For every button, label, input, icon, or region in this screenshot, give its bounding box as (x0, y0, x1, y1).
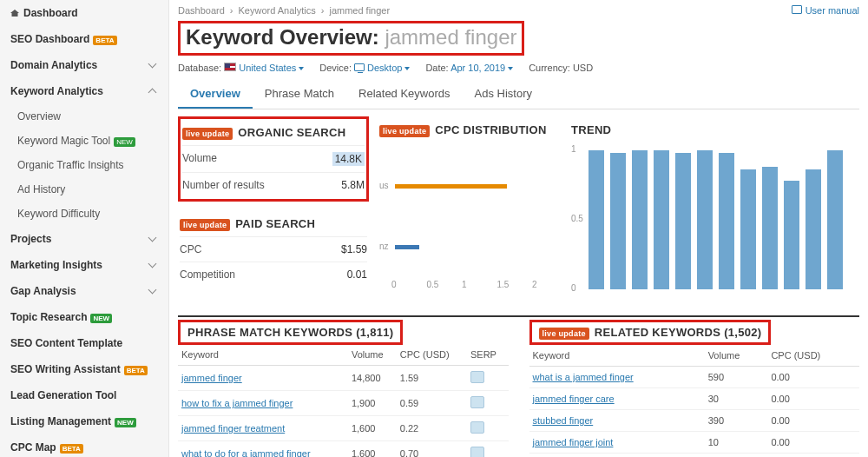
crumb-dashboard[interactable]: Dashboard (178, 5, 225, 16)
trend-card: TREND 00.51 (569, 116, 859, 303)
competition-value: 0.01 (347, 268, 367, 281)
volume-label: Volume (182, 152, 217, 166)
keyword-link[interactable]: jammed finger joint (533, 437, 614, 447)
keyword-link[interactable]: stubbed finger (533, 415, 594, 426)
chevron-up-icon (149, 87, 158, 96)
sidebar-item-keyword-analytics[interactable]: Keyword Analytics (0, 78, 168, 104)
flag-us-icon (224, 63, 236, 71)
filter-bar: Database: United States Device: Desktop … (178, 56, 859, 76)
sidebar-item-topic-research[interactable]: Topic ResearchNEW (0, 304, 168, 330)
sidebar-item-keyword-magic[interactable]: Keyword Magic ToolNEW (0, 129, 168, 153)
new-badge: NEW (114, 137, 135, 147)
book-icon (792, 5, 802, 14)
keyword-link[interactable]: what is a jammed finger (533, 372, 634, 382)
crumb-current: jammed finger (329, 5, 390, 16)
serp-icon[interactable] (470, 396, 484, 408)
table-row: jammed finger care300.00 (529, 388, 860, 410)
sidebar-item-keyword-difficulty[interactable]: Keyword Difficulty (0, 202, 168, 226)
results-value: 5.8M (341, 179, 365, 191)
sidebar-item-ad-history[interactable]: Ad History (0, 177, 168, 202)
device-select[interactable]: Desktop (367, 63, 410, 73)
breadcrumb: Dashboard › Keyword Analytics › jammed f… (178, 0, 859, 21)
crumb-keyword-analytics[interactable]: Keyword Analytics (239, 5, 316, 16)
cpc-distribution-chart: usnz00.511.52 (379, 149, 554, 297)
beta-badge: BETA (124, 366, 148, 375)
main-content: Dashboard › Keyword Analytics › jammed f… (169, 0, 868, 457)
sidebar-item-dashboard[interactable]: Dashboard (0, 0, 168, 26)
sidebar-item-seo-dashboard[interactable]: SEO DashboardBETA (0, 26, 168, 52)
organic-search-card: live updateORGANIC SEARCH Volume14.8K Nu… (178, 116, 369, 202)
table-row: stubbed finger3900.00 (529, 410, 860, 432)
live-update-badge: live update (539, 328, 589, 340)
table-row: how to fix a jammed finger1,9000.59 (178, 391, 509, 416)
sidebar-item-lead-gen[interactable]: Lead Generation Tool (0, 382, 168, 408)
new-badge: NEW (90, 314, 112, 323)
results-label: Number of results (182, 179, 265, 191)
live-update-badge: live update (180, 219, 230, 231)
sidebar-item-domain-analytics[interactable]: Domain Analytics (0, 52, 168, 78)
sidebar-item-listing[interactable]: Listing ManagementNEW (0, 408, 168, 434)
related-keywords-table: Keyword Volume CPC (USD) what is a jamme… (529, 345, 860, 454)
desktop-icon (354, 63, 365, 71)
keyword-link[interactable]: jammed finger (181, 373, 242, 383)
keyword-link[interactable]: how to fix a jammed finger (181, 398, 293, 408)
sidebar-item-projects[interactable]: Projects (0, 226, 168, 252)
date-select[interactable]: Apr 10, 2019 (450, 63, 513, 73)
phrase-match-panel: PHRASE MATCH KEYWORDS (1,811) Keyword Vo… (178, 326, 509, 457)
keyword-link[interactable]: jammed finger care (533, 394, 615, 404)
trend-chart: 00.51 (571, 145, 858, 301)
tab-phrase-match[interactable]: Phrase Match (253, 80, 346, 109)
table-row: what is a jammed finger5900.00 (529, 367, 860, 388)
tab-related-keywords[interactable]: Related Keywords (346, 80, 463, 109)
sidebar-item-cpc-map[interactable]: CPC MapBETA (0, 434, 168, 457)
sidebar-item-gap-analysis[interactable]: Gap Analysis (0, 278, 168, 304)
competition-label: Competition (180, 268, 235, 281)
related-keywords-title: live updateRELATED KEYWORDS (1,502) (529, 320, 772, 345)
volume-value: 14.8K (332, 152, 365, 166)
table-row: jammed finger14,8001.59 (178, 366, 509, 391)
serp-icon[interactable] (470, 447, 484, 457)
live-update-badge: live update (182, 128, 233, 140)
serp-icon[interactable] (470, 421, 484, 434)
chevron-down-icon (149, 287, 158, 295)
serp-icon[interactable] (470, 371, 484, 383)
keyword-link[interactable]: what to do for a jammed finger (181, 448, 311, 457)
table-row: jammed finger joint100.00 (529, 432, 860, 454)
tab-ads-history[interactable]: Ads History (463, 80, 544, 109)
sidebar-item-writing-assistant[interactable]: SEO Writing AssistantBETA (0, 356, 168, 382)
sidebar-item-content-template[interactable]: SEO Content Template (0, 330, 168, 356)
new-badge: NEW (115, 418, 136, 427)
related-keywords-panel: live updateRELATED KEYWORDS (1,502) Keyw… (529, 326, 860, 457)
beta-badge: BETA (93, 36, 116, 45)
home-icon (10, 10, 19, 17)
keyword-link[interactable]: jammed finger treatment (181, 423, 285, 434)
table-row: jammed finger treatment1,6000.22 (178, 416, 509, 441)
tab-overview[interactable]: Overview (178, 80, 253, 109)
user-manual-link[interactable]: User manual (792, 5, 859, 16)
cpc-distribution-card: live updateCPC DISTRIBUTION usnz00.511.5… (378, 116, 556, 303)
currency-value: USD (573, 63, 593, 73)
phrase-match-title: PHRASE MATCH KEYWORDS (1,811) (178, 320, 403, 345)
chevron-down-icon (149, 235, 158, 243)
chevron-down-icon (149, 261, 158, 269)
paid-search-card: live updatePAID SEARCH CPC$1.59 Competit… (178, 210, 369, 288)
beta-badge: BETA (60, 444, 83, 454)
cpc-label: CPC (180, 243, 201, 255)
phrase-match-table: Keyword Volume CPC (USD) SERP jammed fin… (178, 344, 509, 457)
sidebar: Dashboard SEO DashboardBETA Domain Analy… (0, 0, 169, 457)
table-row: what to do for a jammed finger1,6000.70 (178, 441, 509, 458)
sidebar-item-overview[interactable]: Overview (0, 104, 168, 129)
sidebar-item-marketing-insights[interactable]: Marketing Insights (0, 252, 168, 278)
page-title: Keyword Overview: jammed finger (178, 21, 524, 56)
cpc-value: $1.59 (341, 243, 367, 255)
live-update-badge: live update (379, 125, 430, 137)
chevron-down-icon (149, 61, 158, 70)
tabs: Overview Phrase Match Related Keywords A… (178, 80, 859, 109)
sidebar-item-organic-insights[interactable]: Organic Traffic Insights (0, 153, 168, 177)
database-select[interactable]: United States (239, 63, 304, 73)
